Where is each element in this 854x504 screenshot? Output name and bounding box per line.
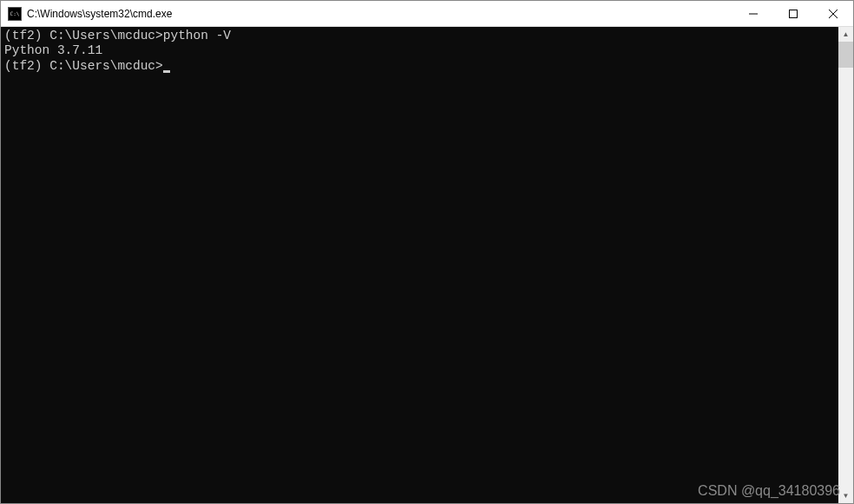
maximize-button[interactable] — [773, 1, 813, 26]
vertical-scrollbar[interactable]: ▲ ▼ — [838, 27, 853, 503]
minimize-button[interactable] — [733, 1, 773, 26]
scroll-up-button[interactable]: ▲ — [838, 27, 853, 42]
terminal-line: (tf2) C:\Users\mcduc> — [4, 59, 835, 74]
titlebar[interactable]: C:\ C:\Windows\system32\cmd.exe — [1, 1, 853, 27]
cmd-window: C:\ C:\Windows\system32\cmd.exe (tf2) C:… — [0, 0, 854, 504]
chevron-up-icon: ▲ — [843, 30, 850, 38]
terminal-line: Python 3.7.11 — [4, 43, 835, 58]
terminal-line: (tf2) C:\Users\mcduc>python -V — [4, 29, 835, 43]
maximize-icon — [789, 10, 798, 18]
cmd-icon: C:\ — [8, 7, 22, 21]
terminal-output[interactable]: (tf2) C:\Users\mcduc>python -VPython 3.7… — [1, 27, 838, 503]
prompt: (tf2) C:\Users\mcduc> — [4, 59, 163, 73]
window-title: C:\Windows\system32\cmd.exe — [27, 8, 733, 20]
window-controls — [733, 1, 853, 26]
prompt: (tf2) C:\Users\mcduc> — [4, 29, 163, 43]
minimize-icon — [749, 10, 758, 18]
close-icon — [829, 10, 838, 18]
content-area: (tf2) C:\Users\mcduc>python -VPython 3.7… — [1, 27, 853, 503]
chevron-down-icon: ▼ — [843, 492, 850, 500]
command-text: python -V — [163, 29, 231, 43]
scroll-thumb[interactable] — [838, 42, 853, 68]
cursor — [163, 70, 170, 73]
scroll-down-button[interactable]: ▼ — [838, 488, 853, 503]
svg-rect-1 — [790, 10, 798, 17]
close-button[interactable] — [813, 1, 853, 26]
